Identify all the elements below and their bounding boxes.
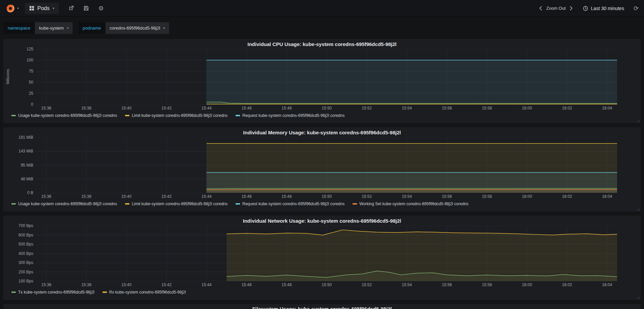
time-shift-back-button[interactable] <box>539 6 542 10</box>
x-axis-tick: 15:52 <box>362 194 372 199</box>
panel-title[interactable]: Individual Memory Usage: kube-system cor… <box>3 129 641 137</box>
panel-title[interactable]: Individual CPU Usage: kube-system coredn… <box>3 40 641 49</box>
variable-namespace: namespace kube-system ▾ <box>3 22 73 34</box>
x-axis-tick: 15:42 <box>161 194 171 199</box>
panel-title[interactable]: Filesystem Usage: kube-system coredns-69… <box>3 305 641 309</box>
x-axis-tick: 16:00 <box>522 194 532 199</box>
graph-plot-area[interactable]: 0 B48 MiB95 MiB143 MiB191 MiB15:3615:381… <box>36 137 617 193</box>
legend-item[interactable]: Working Set kube-system coredns-695f96dc… <box>353 202 469 206</box>
x-axis-tick: 15:46 <box>242 106 252 111</box>
legend-item[interactable]: Limit kube-system coredns-695f96dcd5-98j… <box>125 113 228 118</box>
legend-swatch-icon <box>103 292 107 293</box>
refresh-icon: ⟳ <box>634 5 639 11</box>
x-axis-tick: 15:56 <box>442 106 452 111</box>
time-shift-forward-button[interactable] <box>570 6 573 10</box>
dashboard-title: Pods <box>37 5 49 11</box>
x-axis-tick: 15:58 <box>482 106 492 111</box>
legend-label: Tx kube-system coredns-695f96dcd5-98j2l <box>18 290 94 295</box>
x-axis-tick: 15:38 <box>81 282 91 287</box>
y-axis-tick: 0 <box>31 102 33 107</box>
legend-swatch-icon <box>125 203 129 205</box>
legend-swatch-icon <box>353 203 357 205</box>
x-axis-tick: 16:00 <box>522 282 532 287</box>
graph-plot-area[interactable]: 025507510012515:3615:3815:4015:4215:4415… <box>36 49 617 104</box>
x-axis-tick: 15:56 <box>442 194 452 199</box>
legend-item[interactable]: Tx kube-system coredns-695f96dcd5-98j2l <box>11 290 94 295</box>
time-range-label: Last 30 minutes <box>591 6 624 11</box>
x-axis-tick: 15:50 <box>322 106 332 111</box>
legend-swatch-icon <box>236 115 240 116</box>
legend-label: Limit kube-system coredns-695f96dcd5-98j… <box>132 202 228 206</box>
x-axis-tick: 15:44 <box>201 106 211 111</box>
legend-item[interactable]: Request kube-system coredns-695f96dcd5-9… <box>236 202 345 206</box>
y-axis-tick: 300 Bps <box>18 260 33 265</box>
share-button[interactable] <box>68 5 74 11</box>
y-axis-tick: 25 <box>29 91 33 96</box>
legend-item[interactable]: Limit kube-system coredns-695f96dcd5-98j… <box>125 202 228 206</box>
x-axis-tick: 15:40 <box>121 194 131 199</box>
x-axis-tick: 15:44 <box>201 282 211 287</box>
dashboard-picker[interactable]: Pods ▾ <box>25 3 59 14</box>
y-axis-tick: 600 Bps <box>18 233 33 237</box>
panel-individual-network-usage: Individual Network Usage: kube-system co… <box>3 216 641 300</box>
x-axis-tick: 16:04 <box>602 194 612 199</box>
chevron-right-icon <box>570 6 573 10</box>
x-axis-tick: 15:38 <box>81 106 91 111</box>
legend-item[interactable]: Usage kube-system coredns-695f96dcd5-98j… <box>11 202 117 206</box>
variable-namespace-dropdown[interactable]: kube-system ▾ <box>35 22 73 34</box>
graph-legend: Usage kube-system coredns-695f96dcd5-98j… <box>3 111 641 120</box>
x-axis-tick: 15:36 <box>41 106 51 111</box>
gear-icon: ⚙ <box>98 5 104 11</box>
variable-namespace-value: kube-system <box>39 26 64 31</box>
variable-podname-label: podname <box>78 22 105 34</box>
row-drag-handle[interactable]: ⋮⋮ <box>0 41 2 46</box>
chevron-down-icon: ▾ <box>67 26 69 30</box>
time-shift-controls: Zoom Out <box>539 6 573 11</box>
series-fill <box>206 60 617 104</box>
graph-network: 100 Bps200 Bps300 Bps400 Bps500 Bps600 B… <box>3 226 641 288</box>
x-axis-tick: 15:50 <box>322 194 332 199</box>
grafana-main-menu[interactable]: ▾ <box>5 3 19 13</box>
grafana-logo-icon <box>5 3 15 13</box>
time-range-picker[interactable]: Last 30 minutes <box>583 6 624 11</box>
x-axis-tick: 15:46 <box>242 194 252 199</box>
chevron-down-icon: ▾ <box>17 6 19 10</box>
legend-label: Usage kube-system coredns-695f96dcd5-98j… <box>18 113 117 118</box>
chevron-left-icon <box>539 6 542 10</box>
settings-button[interactable]: ⚙ <box>98 5 104 11</box>
x-axis-tick: 15:48 <box>282 194 292 199</box>
y-axis-title: Millicores <box>5 49 10 104</box>
y-axis-tick: 143 MiB <box>18 149 33 153</box>
legend-label: Request kube-system coredns-695f96dcd5-9… <box>242 202 345 206</box>
panel-individual-memory-usage: Individual Memory Usage: kube-system cor… <box>3 127 641 212</box>
save-button[interactable] <box>83 5 89 11</box>
x-axis-tick: 15:48 <box>282 106 292 111</box>
x-axis-tick: 15:42 <box>161 282 171 287</box>
x-axis-tick: 16:02 <box>562 106 572 111</box>
graph-canvas <box>36 226 617 281</box>
legend-item[interactable]: Request kube-system coredns-695f96dcd5-9… <box>236 113 345 118</box>
zoom-out-button[interactable]: Zoom Out <box>546 6 566 11</box>
refresh-button[interactable]: ⟳ <box>634 5 639 11</box>
legend-label: Rx kube-system coredns-695f96dcd5-98j2l <box>109 290 186 295</box>
legend-swatch-icon <box>11 292 16 293</box>
variable-namespace-label: namespace <box>3 22 35 34</box>
x-axis-tick: 15:36 <box>41 194 51 199</box>
x-axis-tick: 15:38 <box>81 194 91 199</box>
y-axis-tick: 100 <box>27 58 33 62</box>
variable-podname-dropdown[interactable]: coredns-695f96dcd5-98j2l ▾ <box>106 22 169 34</box>
x-axis-tick: 16:02 <box>562 282 572 287</box>
x-axis-tick: 15:56 <box>442 282 452 287</box>
legend-swatch-icon <box>236 203 240 205</box>
legend-label: Usage kube-system coredns-695f96dcd5-98j… <box>18 202 117 206</box>
dashboard-grid: ⋮⋮ Individual CPU Usage: kube-system cor… <box>0 39 644 309</box>
graph-plot-area[interactable]: 100 Bps200 Bps300 Bps400 Bps500 Bps600 B… <box>36 226 617 281</box>
chevron-down-icon: ▾ <box>163 26 165 30</box>
x-axis-tick: 15:52 <box>362 282 372 287</box>
template-variables-row: namespace kube-system ▾ podname coredns-… <box>0 17 644 39</box>
graph-cpu: 025507510012515:3615:3815:4015:4215:4415… <box>3 49 641 111</box>
legend-item[interactable]: Usage kube-system coredns-695f96dcd5-98j… <box>11 113 117 118</box>
panel-title[interactable]: Individual Network Usage: kube-system co… <box>3 217 641 226</box>
legend-label: Request kube-system coredns-695f96dcd5-9… <box>242 113 345 118</box>
legend-item[interactable]: Rx kube-system coredns-695f96dcd5-98j2l <box>103 290 186 295</box>
